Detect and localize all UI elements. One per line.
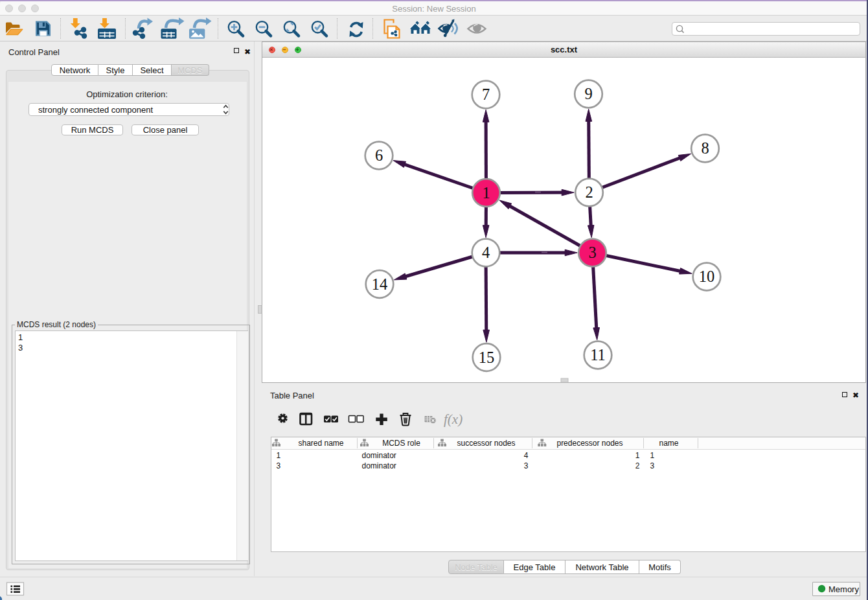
svg-text:f(x): f(x) (444, 411, 463, 427)
